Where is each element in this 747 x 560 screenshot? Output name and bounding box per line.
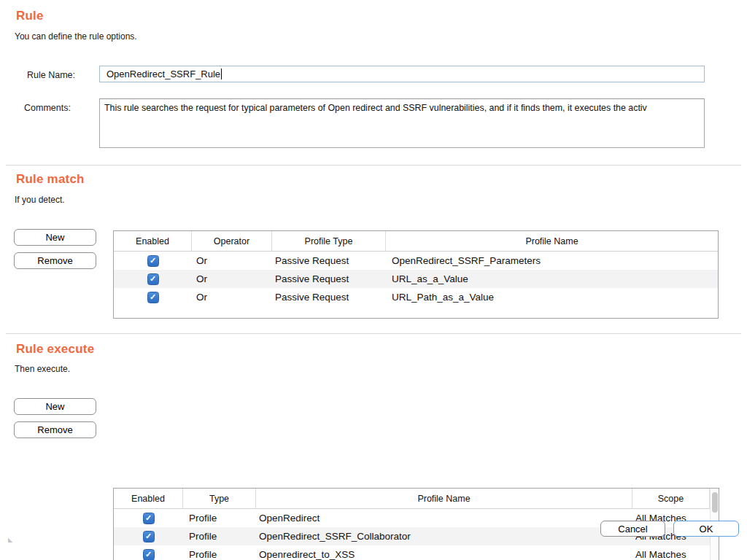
rule-name-label: Rule Name: — [27, 70, 75, 80]
check-icon: ✓ — [150, 293, 156, 301]
rule-execute-subtitle: Then execute. — [15, 364, 70, 374]
rule-match-title: Rule match — [16, 172, 85, 187]
scope-cell: All Matches — [632, 545, 710, 560]
check-icon: ✓ — [150, 275, 156, 283]
comments-textarea[interactable]: This rule searches the request for typic… — [99, 98, 705, 148]
cancel-button[interactable]: Cancel — [600, 521, 665, 537]
profile-name-cell: URL_Path_as_a_Value — [386, 288, 718, 306]
cursor-artifact: ◣ — [8, 537, 12, 543]
enabled-checkbox[interactable]: ✓ — [143, 549, 155, 560]
profile-type-cell: Passive Request — [272, 270, 386, 288]
match-col-profile-type[interactable]: Profile Type — [272, 231, 386, 251]
table-row[interactable]: ✓ Or Passive Request OpenRedirect_SSRF_P… — [114, 252, 718, 270]
type-cell: Profile — [183, 545, 256, 560]
profile-name-cell: Openredirect_to_XSS — [256, 545, 632, 560]
profile-name-cell: OpenRedirect_SSRF_Parameters — [386, 252, 718, 270]
execute-col-scope[interactable]: Scope — [632, 489, 710, 508]
match-col-enabled[interactable]: Enabled — [114, 231, 192, 251]
rule-match-table: Enabled Operator Profile Type Profile Na… — [113, 230, 719, 319]
operator-cell: Or — [192, 270, 272, 288]
rule-section-title: Rule — [16, 9, 44, 23]
rule-section-subtitle: You can define the rule options. — [15, 31, 137, 42]
type-cell: Profile — [183, 509, 256, 527]
ok-button[interactable]: OK — [673, 521, 739, 537]
enabled-checkbox[interactable]: ✓ — [147, 255, 159, 267]
execute-remove-button[interactable]: Remove — [14, 421, 96, 438]
execute-col-profile-name[interactable]: Profile Name — [256, 489, 632, 508]
match-remove-button[interactable]: Remove — [14, 252, 96, 269]
profile-type-cell: Passive Request — [272, 252, 386, 270]
execute-new-button[interactable]: New — [14, 398, 96, 415]
check-icon: ✓ — [145, 551, 152, 559]
check-icon: ✓ — [145, 514, 152, 522]
text-caret — [221, 69, 222, 79]
table-row[interactable]: ✓ Or Passive Request URL_Path_as_a_Value — [114, 288, 718, 306]
check-icon: ✓ — [150, 257, 156, 265]
type-cell: Profile — [183, 527, 256, 545]
rule-name-input[interactable]: OpenRedirect_SSRF_Rule — [99, 66, 705, 82]
match-new-button[interactable]: New — [14, 229, 96, 246]
enabled-checkbox[interactable]: ✓ — [143, 513, 155, 524]
match-col-operator[interactable]: Operator — [192, 231, 272, 251]
operator-cell: Or — [192, 252, 272, 270]
enabled-checkbox[interactable]: ✓ — [147, 292, 159, 303]
operator-cell: Or — [192, 288, 272, 306]
check-icon: ✓ — [145, 532, 152, 540]
execute-table-header: Enabled Type Profile Name Scope — [114, 489, 719, 509]
enabled-checkbox[interactable]: ✓ — [143, 531, 155, 542]
comments-label: Comments: — [24, 103, 71, 113]
table-row[interactable]: ✓ Or Passive Request URL_as_a_Value — [114, 270, 718, 288]
profile-name-cell: OpenRedirect — [256, 509, 632, 527]
rule-name-value: OpenRedirect_SSRF_Rule — [107, 69, 220, 79]
table-row[interactable]: ✓ Profile Openredirect_to_XSS All Matche… — [114, 545, 719, 560]
section-divider — [6, 165, 741, 166]
profile-name-cell: URL_as_a_Value — [386, 270, 718, 288]
profile-type-cell: Passive Request — [272, 288, 386, 306]
rule-match-subtitle: If you detect. — [15, 195, 65, 205]
match-table-header: Enabled Operator Profile Type Profile Na… — [114, 231, 718, 252]
profile-name-cell: OpenRedirect_SSRF_Collaborator — [256, 527, 632, 545]
section-divider — [6, 333, 741, 334]
execute-col-type[interactable]: Type — [183, 489, 256, 508]
enabled-checkbox[interactable]: ✓ — [147, 273, 159, 285]
rule-execute-title: Rule execute — [16, 342, 94, 357]
execute-col-enabled[interactable]: Enabled — [114, 489, 183, 508]
match-col-profile-name[interactable]: Profile Name — [386, 231, 718, 251]
scrollbar-thumb[interactable] — [712, 492, 718, 513]
